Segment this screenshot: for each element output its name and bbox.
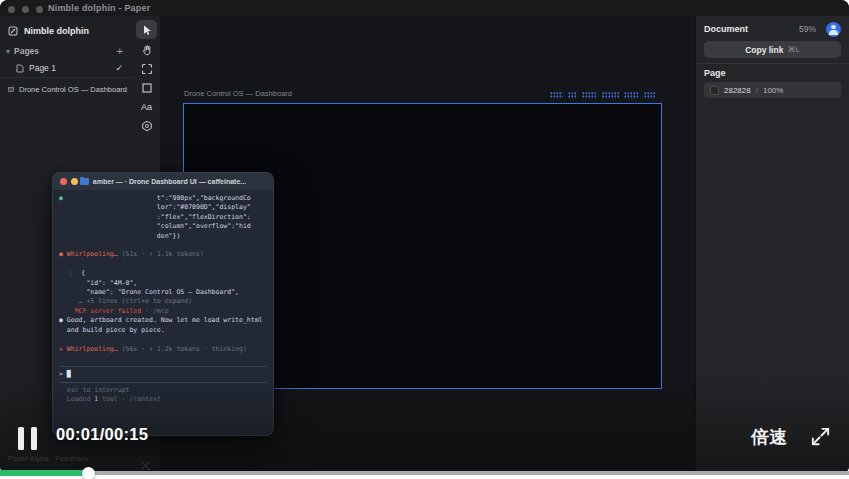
chevron-down-icon: ▾: [6, 47, 10, 56]
color-swatch[interactable]: [710, 86, 719, 95]
check-icon: ✓: [115, 63, 123, 73]
progress-fill: [0, 470, 88, 476]
avatar-button[interactable]: [826, 22, 841, 37]
pages-label: Pages: [14, 46, 39, 56]
copy-link-shortcut: ⌘L: [787, 45, 799, 54]
terminal-line: [59, 260, 267, 269]
color-hex[interactable]: 282828: [724, 86, 751, 95]
pages-section-header[interactable]: ▾ Pages +: [0, 44, 133, 58]
copy-link-button[interactable]: Copy link ⌘L: [704, 41, 841, 58]
frame-icon: [141, 63, 153, 75]
inspector-panel: Document 59% Copy link ⌘L Page 282828 / …: [695, 16, 849, 474]
terminal-line: ● t":"900px","backgroundCo: [59, 194, 267, 203]
tool-rectangle[interactable]: [136, 78, 157, 97]
color-separator: /: [756, 86, 758, 95]
terminal-prompt[interactable]: > █: [59, 366, 267, 382]
terminal-line: :"flex","flexDirection":: [59, 213, 267, 222]
terminal-line: [59, 335, 267, 344]
shape-icon: [141, 120, 153, 132]
player-controls: 00:01/00:15 倍速: [0, 414, 849, 474]
rectangle-icon: [141, 82, 153, 94]
terminal-close-button[interactable]: [60, 178, 67, 185]
tool-frame[interactable]: [136, 59, 157, 78]
fullscreen-icon: [809, 425, 832, 448]
terminal-line: "id": "4M-0",: [59, 279, 267, 288]
tool-shape[interactable]: [136, 116, 157, 135]
terminal-line: lor":"#07090D","display": [59, 203, 267, 212]
terminal-titlebar: amber — · Drone Dashboard UI — caffeinat…: [53, 173, 273, 190]
terminal-minimize-button[interactable]: [71, 178, 78, 185]
tool-text[interactable]: Aa: [136, 97, 157, 116]
zoom-button[interactable]: [36, 6, 43, 13]
progress-playhead[interactable]: [82, 467, 95, 479]
project-header[interactable]: Nimble dolphin: [8, 22, 127, 40]
sidebar-divider: [0, 77, 133, 78]
project-name: Nimble dolphin: [24, 26, 89, 36]
page-list-item[interactable]: Page 1 ✓: [0, 61, 133, 75]
terminal-line: … +5 lines (ctrl+o to expand): [59, 297, 267, 306]
zoom-level[interactable]: 59%: [799, 24, 816, 34]
playback-speed-button[interactable]: 倍速: [751, 425, 787, 449]
terminal-line: ● Whirlpooling… (51s · ↑ 1.1k tokens): [59, 250, 267, 259]
layer-name: Drone Control OS — Dashboard: [19, 85, 127, 94]
page-name: Page 1: [29, 63, 56, 73]
pause-icon: [18, 427, 24, 450]
terminal-line: "column","overflow":"hid: [59, 222, 267, 231]
page-color-row[interactable]: 282828 / 100%: [704, 82, 841, 98]
terminal-line: den"}): [59, 232, 267, 241]
terminal-line: [59, 241, 267, 250]
terminal-window[interactable]: amber — · Drone Dashboard UI — caffeinat…: [52, 172, 274, 436]
terminal-line: Loaded 1 tool · /context: [59, 395, 267, 404]
terminal-body[interactable]: ● t":"900px","backgroundCo lor":"#07090D…: [59, 194, 267, 431]
terminal-line: ● Good, artboard created. Now let me loa…: [59, 316, 267, 325]
remote-selection-dots: [550, 92, 660, 99]
cursor-icon: [141, 24, 152, 36]
tool-hand[interactable]: [136, 40, 157, 59]
macos-titlebar: Nimble dolphin - Paper: [0, 0, 849, 16]
page-section-label: Page: [704, 68, 726, 78]
hand-icon: [141, 44, 153, 56]
progress-bar[interactable]: [0, 470, 849, 479]
document-label: Document: [704, 24, 748, 34]
terminal-line: esc to interrupt: [59, 386, 267, 395]
color-opacity[interactable]: 100%: [763, 86, 783, 95]
terminal-line: MCP server failed · /mcp: [59, 307, 267, 316]
text-tool-label: Aa: [141, 102, 152, 112]
fullscreen-button[interactable]: [809, 425, 832, 448]
close-button[interactable]: [8, 6, 15, 13]
progress-track[interactable]: [0, 471, 849, 475]
terminal-line: ⎿ {: [59, 269, 267, 278]
terminal-zoom-button[interactable]: [82, 178, 89, 185]
inspector-divider: [696, 63, 849, 64]
project-icon: [8, 26, 18, 36]
terminal-line: ✢ Whirlpooling… (56s · ↑ 1.2k tokens · t…: [59, 345, 267, 354]
pause-icon: [31, 427, 37, 450]
window-title: Nimble dolphin - Paper: [48, 3, 150, 13]
artboard-label[interactable]: Drone Control OS — Dashboard: [184, 89, 292, 98]
terminal-line: and build piece by piece.: [59, 326, 267, 335]
terminal-title: amber — · Drone Dashboard UI — caffeinat…: [93, 178, 246, 185]
tool-select[interactable]: [136, 20, 157, 39]
terminal-line: "name": "Drone Control OS — Dashboard",: [59, 288, 267, 297]
time-display: 00:01/00:15: [56, 425, 148, 444]
video-frame[interactable]: Nimble dolphin - Paper Nimble dolphin ▾ …: [0, 0, 849, 474]
artboard-icon: [8, 85, 14, 94]
layer-item[interactable]: Drone Control OS — Dashboard: [0, 82, 133, 96]
page-icon: [16, 64, 24, 73]
pause-button[interactable]: [18, 427, 40, 450]
minimize-button[interactable]: [22, 6, 29, 13]
add-page-button[interactable]: +: [117, 46, 123, 56]
inspector-header: Document 59%: [704, 20, 841, 38]
terminal-line: [59, 354, 267, 363]
copy-link-label: Copy link: [745, 45, 783, 55]
